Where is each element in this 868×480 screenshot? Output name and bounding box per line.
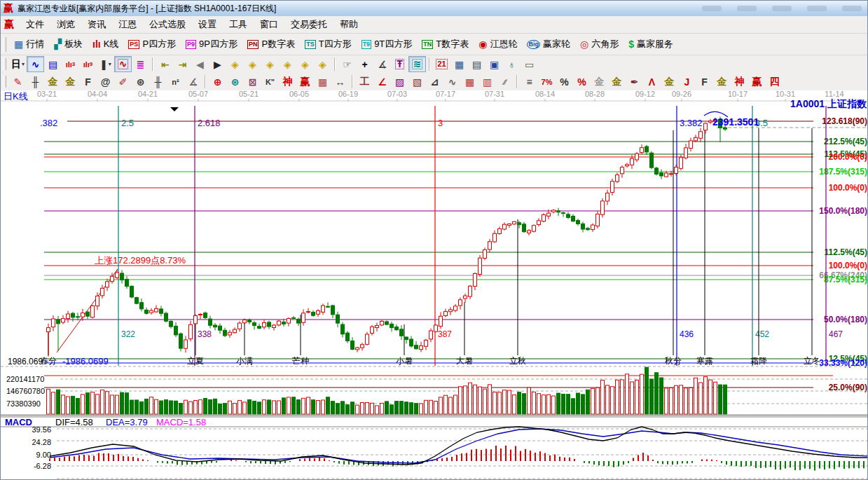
- network-button[interactable]: ♁: [503, 56, 521, 72]
- menu-item-窗口[interactable]: 窗口: [254, 16, 284, 33]
- crosshair-tool-button[interactable]: +: [356, 56, 373, 72]
- notes-button[interactable]: ▤: [468, 56, 485, 72]
- spiral-tool[interactable]: @: [97, 74, 114, 90]
- fan-square-tool[interactable]: ▨: [391, 74, 408, 90]
- parallel-lines-tool[interactable]: ∕∕: [496, 74, 514, 90]
- ruler-pencil-tool[interactable]: ✐: [114, 74, 132, 90]
- menu-item-交易委托[interactable]: 交易委托: [284, 16, 333, 33]
- winner-wheel-button[interactable]: Big赢家轮: [522, 36, 575, 53]
- save-button[interactable]: ▣: [485, 56, 503, 72]
- gann-box-tool-button[interactable]: Ŧ: [391, 56, 408, 72]
- nine-bar-button[interactable]: ılı9: [79, 56, 97, 72]
- zoom-diamond-4[interactable]: ◈: [279, 56, 296, 72]
- p-table-button[interactable]: PNP数字表: [242, 36, 300, 53]
- star-grid-tool[interactable]: ⊛: [226, 74, 244, 90]
- menu-item-工具[interactable]: 工具: [223, 16, 254, 33]
- sectors-button[interactable]: ▞板块: [49, 36, 88, 53]
- kline-style-dropdown[interactable]: 日▾: [9, 56, 27, 72]
- hexagon-button[interactable]: ◎六角形: [575, 36, 624, 53]
- angle-lines-tool[interactable]: ⊿: [426, 74, 443, 90]
- gold-grid-tool[interactable]: 金: [44, 74, 62, 90]
- shen-grid-tool[interactable]: 神: [279, 74, 296, 90]
- toolbar-grip[interactable]: [3, 37, 6, 52]
- h-measure-tool[interactable]: ↔: [331, 74, 349, 90]
- first-bar-button[interactable]: ⇤: [156, 56, 174, 72]
- quotes-button[interactable]: ▦行情: [9, 36, 49, 53]
- k-quote-tool[interactable]: K": [261, 74, 279, 90]
- t-table-button[interactable]: TNT数字表: [417, 36, 474, 53]
- candle-tool-dropdown[interactable]: ❚▾: [97, 56, 114, 72]
- kline-button[interactable]: ılıK线: [88, 36, 123, 53]
- calendar-button[interactable]: 21: [433, 56, 450, 72]
- fence-tool[interactable]: ╫: [149, 74, 167, 90]
- percent-line-tool[interactable]: %: [573, 74, 591, 90]
- menu-item-资讯[interactable]: 资讯: [81, 16, 112, 33]
- beam-tool[interactable]: 工: [356, 74, 373, 90]
- hand-tool-button[interactable]: ☞: [338, 56, 356, 72]
- percent7-tool[interactable]: 7%: [538, 74, 556, 90]
- menu-item-文件[interactable]: 文件: [20, 16, 50, 33]
- gold-grid2-tool[interactable]: 金: [62, 74, 79, 90]
- red-grid-tool[interactable]: ▦: [461, 74, 478, 90]
- prev-bar-button[interactable]: ◀: [191, 56, 209, 72]
- si-angle-tool[interactable]: 四: [766, 74, 783, 90]
- gold-diag-tool[interactable]: 金: [661, 74, 678, 90]
- gold-angle-tool[interactable]: 金: [713, 74, 731, 90]
- circle-grid-tool[interactable]: ⊛: [132, 74, 149, 90]
- shen-angle-tool[interactable]: 神: [731, 74, 748, 90]
- gold-line-tool[interactable]: 金: [608, 74, 626, 90]
- menu-item-帮助[interactable]: 帮助: [333, 16, 364, 33]
- gold-circle-tool[interactable]: 金: [591, 74, 608, 90]
- red-wave-button[interactable]: ∿: [114, 56, 132, 72]
- wave-a-tool[interactable]: Λ: [643, 74, 661, 90]
- menu-item-设置[interactable]: 设置: [192, 16, 223, 33]
- ying-grid-tool[interactable]: 赢: [296, 74, 314, 90]
- angle-measure-button[interactable]: ∡: [373, 56, 391, 72]
- three-bar-button[interactable]: ılı3: [62, 56, 79, 72]
- title-bar[interactable]: 赢 赢家江恩专业版[赢家内部服务平台] - [上证指数 SH1A0001-167…: [1, 1, 867, 17]
- pencil-tool[interactable]: ✎: [9, 74, 27, 90]
- percent-tool[interactable]: %: [556, 74, 573, 90]
- p-square-button[interactable]: PSP四方形: [123, 36, 181, 53]
- square-fan-tool[interactable]: ⊠: [244, 74, 261, 90]
- kline-chart[interactable]: 03-2104-0404-2105-0705-2106-0506-1907-03…: [1, 90, 868, 480]
- zigzag-tool[interactable]: ∿: [443, 74, 461, 90]
- grid-tool[interactable]: ╫: [27, 74, 44, 90]
- zoom-diamond-3[interactable]: ◈: [261, 56, 279, 72]
- j-line-tool[interactable]: J: [678, 74, 696, 90]
- winner-service-button[interactable]: $赢家服务: [624, 36, 678, 53]
- gann-wheel-button[interactable]: ◉江恩轮: [474, 36, 522, 53]
- n-square-tool[interactable]: n²: [167, 74, 184, 90]
- profile-histogram-button[interactable]: ≣: [132, 56, 149, 72]
- 9p-square-button[interactable]: P99P四方形: [181, 36, 242, 53]
- numbered-grid-tool[interactable]: ▦: [314, 74, 331, 90]
- zoom-diamond-2[interactable]: ◈: [244, 56, 261, 72]
- ying-angle-tool[interactable]: 赢: [748, 74, 766, 90]
- menu-item-浏览[interactable]: 浏览: [50, 16, 81, 33]
- menu-item-公式选股[interactable]: 公式选股: [143, 16, 192, 33]
- fan-lines-tool[interactable]: ∠: [373, 74, 391, 90]
- chart-area[interactable]: 03-2104-0404-2105-0705-2106-0506-1907-03…: [1, 90, 868, 480]
- angle-tool[interactable]: ∡: [184, 74, 202, 90]
- last-bar-button[interactable]: ⇥: [174, 56, 191, 72]
- zoom-diamond-6[interactable]: ◈: [314, 56, 331, 72]
- shaded-square-tool[interactable]: ▧: [408, 74, 426, 90]
- wave-tool-button[interactable]: ≋: [408, 56, 426, 72]
- calculator-button[interactable]: ▦: [450, 56, 468, 72]
- gann-circle-tool[interactable]: ⊕: [209, 74, 226, 90]
- t-square-button[interactable]: TST四方形: [300, 36, 356, 53]
- zoom-diamond-1[interactable]: ◈: [226, 56, 244, 72]
- info-panel-button[interactable]: ▤: [44, 56, 62, 72]
- levels-tool[interactable]: ≡: [521, 74, 538, 90]
- workstation-button[interactable]: ▭: [521, 56, 538, 72]
- red-grid2-tool[interactable]: ▥: [478, 74, 496, 90]
- toolbar-grip[interactable]: [3, 58, 6, 71]
- ink-tool[interactable]: ✒: [626, 74, 643, 90]
- next-bar-button[interactable]: ▶: [209, 56, 226, 72]
- toolbar-grip[interactable]: [3, 76, 6, 88]
- f-grid-tool[interactable]: F: [79, 74, 97, 90]
- curve-overlay-button[interactable]: ∿: [27, 56, 44, 72]
- 9t-square-button[interactable]: T99T四方形: [357, 36, 418, 53]
- f-line-tool[interactable]: F: [696, 74, 713, 90]
- zoom-diamond-5[interactable]: ◈: [296, 56, 314, 72]
